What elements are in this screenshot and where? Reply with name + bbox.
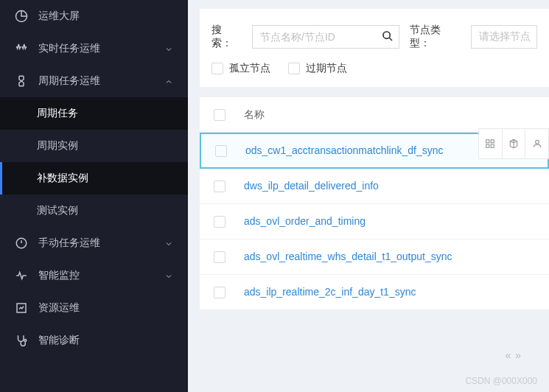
task-name-link[interactable]: ads_ovl_realtime_whs_detail_t1_output_sy… (239, 249, 549, 265)
nav-label: 周期实例 (37, 139, 173, 153)
table-row[interactable]: dws_ilp_detail_delivered_info (200, 169, 549, 204)
wave-icon (15, 42, 28, 55)
select-all-checkbox[interactable] (214, 109, 225, 121)
nav-label: 运维大屏 (38, 10, 173, 23)
table-row[interactable]: ads_ovl_order_and_timing (200, 204, 549, 239)
row-checkbox[interactable] (214, 216, 225, 228)
row-checkbox[interactable] (214, 181, 225, 192)
nav-manual[interactable]: 手动任务运维 (0, 227, 188, 259)
column-name: 名称 (239, 108, 549, 122)
nav-realtime[interactable]: 实时任务运维 (0, 32, 188, 65)
nav-label: 周期任务 (37, 107, 173, 120)
checkbox-label: 孤立节点 (229, 62, 270, 75)
table-header: 名称 (200, 97, 549, 133)
checkbox-icon (211, 63, 223, 74)
nav-label: 资源运维 (38, 301, 173, 315)
watermark: CSDN @000X000 (465, 376, 537, 386)
pager: « » (505, 349, 521, 361)
nav-label: 手动任务运维 (38, 237, 164, 250)
nav-test-instance[interactable]: 测试实例 (0, 195, 188, 227)
type-label: 节点类型： (410, 24, 460, 50)
cycle-icon (15, 74, 28, 88)
nav-label: 智能诊断 (38, 334, 173, 347)
chart-icon (15, 301, 28, 315)
nav-dashboard[interactable]: 运维大屏 (0, 0, 188, 32)
isolated-checkbox[interactable]: 孤立节点 (211, 62, 270, 75)
main-content: 搜索： 节点类型： 请选择节点 孤立节点 过期节点 名称 od (188, 0, 549, 392)
chevron-down-icon (164, 239, 173, 248)
nav-periodic-instance[interactable]: 周期实例 (0, 130, 188, 162)
chevron-up-icon (164, 77, 173, 85)
nav-label: 测试实例 (37, 204, 173, 217)
nav-label: 周期任务运维 (38, 74, 164, 88)
grid-view-button[interactable] (479, 129, 503, 158)
pie-icon (15, 10, 28, 23)
pulse-icon (15, 269, 28, 282)
table-row[interactable]: ads_ilp_realtime_2c_inf_day_t1_sync (200, 275, 549, 310)
nav-label: 智能监控 (38, 269, 164, 282)
row-checkbox[interactable] (215, 145, 227, 157)
table-row[interactable]: ads_ovl_realtime_whs_detail_t1_output_sy… (200, 239, 549, 275)
task-name-link[interactable]: ads_ilp_realtime_2c_inf_day_t1_sync (239, 284, 549, 300)
cube-view-button[interactable] (503, 129, 526, 158)
search-label: 搜索： (211, 24, 242, 50)
svg-rect-7 (491, 144, 494, 147)
row-checkbox[interactable] (214, 287, 225, 298)
sidebar: 运维大屏 实时任务运维 周期任务运维 周期任务 周期实例 补数据实例 测试实例 … (0, 0, 188, 392)
filter-panel: 搜索： 节点类型： 请选择节点 孤立节点 过期节点 (200, 9, 549, 87)
nav-periodic[interactable]: 周期任务运维 (0, 65, 188, 97)
power-icon (15, 237, 28, 250)
checkbox-label: 过期节点 (306, 62, 347, 75)
stethoscope-icon (15, 334, 28, 347)
svg-point-2 (24, 340, 27, 342)
nav-data-patch[interactable]: 补数据实例 (0, 162, 188, 195)
view-toolbar (478, 128, 549, 159)
search-icon[interactable] (380, 29, 395, 43)
svg-point-8 (535, 140, 539, 144)
nav-monitor[interactable]: 智能监控 (0, 259, 188, 292)
nav-label: 实时任务运维 (38, 42, 164, 55)
svg-rect-5 (491, 140, 494, 143)
task-name-link[interactable]: ads_ovl_order_and_timing (239, 214, 549, 229)
row-checkbox[interactable] (214, 251, 225, 263)
svg-point-3 (383, 32, 390, 38)
page-next[interactable]: » (515, 349, 521, 361)
chevron-down-icon (164, 271, 173, 280)
page-prev[interactable]: « (505, 349, 511, 361)
svg-rect-6 (486, 144, 489, 147)
checkbox-icon (288, 63, 300, 74)
type-select[interactable]: 请选择节点 (471, 25, 537, 49)
nav-resource[interactable]: 资源运维 (0, 292, 188, 324)
svg-rect-4 (486, 140, 489, 143)
task-name-link[interactable]: dws_ilp_detail_delivered_info (239, 178, 549, 194)
nav-periodic-task[interactable]: 周期任务 (0, 97, 188, 130)
nav-diagnosis[interactable]: 智能诊断 (0, 324, 188, 357)
search-input[interactable] (252, 25, 399, 49)
expired-checkbox[interactable]: 过期节点 (288, 62, 347, 75)
user-view-button[interactable] (525, 129, 548, 158)
nav-label: 补数据实例 (37, 172, 173, 185)
chevron-down-icon (164, 44, 173, 53)
